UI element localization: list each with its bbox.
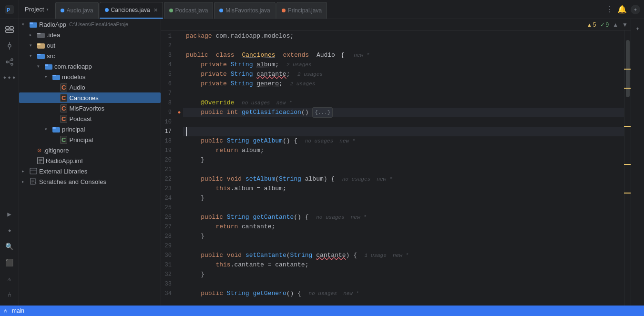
nav-down-icon[interactable]: ▼ [622,21,628,28]
line-num-31: 31 [161,260,175,270]
tree-item-gitignore[interactable]: ⊘ .gitignore [19,145,161,155]
tab-bar-right-actions: ⋮ 🔔 ✦ [606,5,644,14]
editor-column: ▲ 5 ✓ 9 ▲ ▼ 1 [161,19,631,306]
ai-icon[interactable]: ✦ [631,5,640,14]
tree-item-radioapp[interactable]: ▾ RadioApp C:\Users\Elena\IdeaProje [19,19,161,30]
svg-rect-33 [31,178,35,184]
tree-item-iml[interactable]: RadioApp.iml [19,155,161,166]
tree-item-modelos[interactable]: ▾ modelos [19,71,161,82]
tree-label-comradioapp: com.radioapp [54,63,92,70]
checkmark-icon: ✓ [600,21,605,28]
code-line-31: this.cantante = cantante; [183,260,624,270]
sidebar-icon-search[interactable]: 🔍 [2,239,17,254]
project-caret-icon: ▾ [46,7,49,12]
scrollbar-marker-warning-5 [624,193,631,194]
tree-item-extlibs[interactable]: ▸ External Libraries [19,166,161,176]
code-editor[interactable]: 1 2 3 4 [161,31,631,306]
editor-toolbar: ▲ 5 ✓ 9 ▲ ▼ [161,19,631,31]
tree-arrow-modelos: ▾ [45,74,51,79]
tree-label-canciones: Canciones [69,94,98,102]
scratch-icon [30,178,37,185]
nav-up-icon[interactable]: ▲ [613,21,618,28]
warning-indicator[interactable]: ▲ 5 [587,21,596,28]
tab-podcast[interactable]: Podcast.java [164,2,214,19]
check-count: 9 [606,21,609,28]
tree-arrow-idea: ▸ [30,32,36,37]
project-title-section[interactable]: Project ▾ [19,0,55,19]
svg-point-8 [6,61,8,63]
tab-canciones-close-icon[interactable]: ✕ [153,7,158,13]
tree-label-podcast: Podcast [69,115,92,122]
line-num-24: 24 [161,194,175,203]
code-line-8: @Override no usages new * [183,98,624,108]
tab-principal[interactable]: Principal.java [276,2,327,19]
tree-item-canciones[interactable]: C Canciones [19,92,161,103]
tab-misfavoritos[interactable]: MisFavoritos.java [214,2,275,19]
sidebar-icon-debug[interactable]: ⬥ [2,223,17,238]
line-num-2: 2 [161,41,175,51]
tree-item-misfavoritos[interactable]: C MisFavoritos [19,103,161,113]
project-tree-panel: ▾ RadioApp C:\Users\Elena\IdeaProje ▸ .i… [19,19,161,306]
java-class-canciones-icon: C [60,94,67,102]
code-line-25 [183,203,624,213]
line-num-28: 28 [161,232,175,241]
tree-item-scratches[interactable]: ▸ Scratches and Consoles [19,176,161,187]
gutter-override-icon[interactable]: ● [175,110,183,115]
tree-label-misfavoritos: MisFavoritos [69,105,104,112]
tree-item-audio[interactable]: C Audio [19,82,161,92]
project-section[interactable]: P [0,0,19,19]
sidebar-icon-commit[interactable] [2,38,17,53]
tree-item-principal-class[interactable]: C Principal [19,134,161,145]
tree-item-out[interactable]: ▾ out [19,40,161,51]
tree-label-src: src [47,52,55,60]
scrollbar-marker-warning-2 [624,88,631,89]
sidebar-icon-run[interactable]: ▶ [2,206,17,222]
sidebar-icon-project[interactable] [2,22,17,37]
line-num-5: 5 [161,70,175,79]
tree-item-principal-pkg[interactable]: ▾ principal [19,124,161,134]
tree-item-src[interactable]: ▾ src [19,51,161,61]
sidebar-icon-git[interactable]: ⑃ [2,287,17,303]
sidebar-icon-terminal[interactable]: ⬛ [2,255,17,270]
line-num-3: 3 [161,51,175,60]
line-num-21: 21 [161,165,175,174]
code-line-23: this.album = album; [183,184,624,194]
tree-item-podcast[interactable]: C Podcast [19,113,161,124]
code-line-20: } [183,155,624,165]
tree-label-radioapp: RadioApp [39,21,66,28]
git-branch-label: main [12,307,24,314]
tab-canciones[interactable]: Canciones.java ✕ [100,2,163,19]
code-line-30: public void setCantante(String cantante)… [183,251,624,260]
iml-file-icon [37,157,44,164]
title-bar: P Project ▾ Audio.java Canciones.java ✕ … [0,0,644,19]
status-bar: ⑃ main [0,306,644,316]
code-line-5: private String cantante; 2 usages [183,70,624,79]
more-tabs-icon[interactable]: ⋮ [606,5,613,14]
sidebar-icon-strip: ••• ▶ ⬥ 🔍 ⬛ ⚠ ⑃ [0,19,19,306]
ide-logo-icon: P [5,5,14,14]
code-text-area[interactable]: package com.radioapp.modelos; public cla… [183,31,624,306]
right-icon-ai[interactable]: ✦ [633,23,643,33]
tree-arrow-extlibs: ▸ [22,169,29,173]
tab-audio[interactable]: Audio.java [55,2,99,19]
tree-label-scratches: Scratches and Consoles [39,178,106,185]
code-line-9: public int getClasificacion() {...} [183,108,624,117]
tree-label-extlibs: External Libraries [39,168,87,175]
code-line-6: private String genero; 2 usages [183,79,624,89]
tree-label-modelos: modelos [62,73,85,81]
tree-item-idea[interactable]: ▸ .idea [19,30,161,40]
package-folder-icon [45,62,52,70]
tabs-container: Audio.java Canciones.java ✕ Podcast.java… [55,0,606,19]
editor-scrollbar[interactable] [624,31,631,306]
notification-bell-icon[interactable]: 🔔 [617,5,627,14]
tree-label-out: out [47,42,55,49]
project-label: Project [25,6,44,13]
sidebar-icon-problems[interactable]: ⚠ [2,271,17,286]
svg-rect-26 [52,127,56,129]
sidebar-icon-modules[interactable] [2,54,17,70]
sidebar-icon-more[interactable]: ••• [2,71,17,86]
check-indicator[interactable]: ✓ 9 [600,21,609,28]
tab-podcast-dot [169,9,173,12]
line-num-25: 25 [161,203,175,213]
tree-item-comradioapp[interactable]: ▾ com.radioapp [19,61,161,71]
